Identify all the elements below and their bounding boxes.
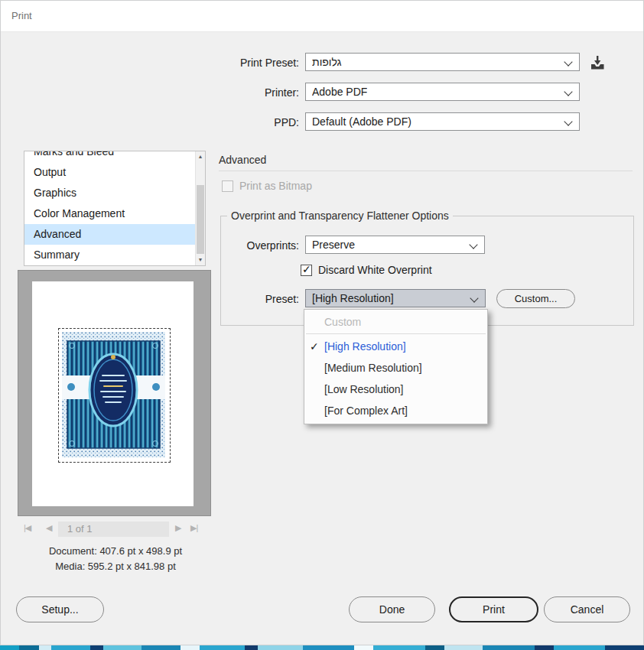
document-size: Document: 407.6 pt x 498.9 pt — [8, 544, 223, 559]
checkbox-unchecked-icon — [222, 180, 233, 192]
artwork-preview — [62, 332, 165, 457]
menu-separator — [306, 333, 486, 334]
flattener-preset-menu: Custom ✓ [High Resolution] [Medium Resol… — [304, 309, 488, 424]
panel-header: Advanced — [219, 154, 266, 166]
panel-header-rule — [219, 171, 633, 171]
print-preview-area — [18, 270, 211, 516]
checkbox-checked-icon: ✓ — [301, 265, 312, 276]
overprints-dropdown[interactable]: Preserve — [305, 236, 485, 254]
print-sections-list: Marks and Bleed Output Graphics Color Ma… — [24, 151, 206, 266]
setup-button[interactable]: Setup... — [16, 596, 104, 622]
media-size: Media: 595.2 pt x 841.98 pt — [8, 559, 223, 574]
check-icon: ✓ — [302, 263, 311, 275]
chevron-down-icon — [470, 294, 478, 302]
group-legend: Overprint and Transparency Flattener Opt… — [227, 210, 453, 222]
print-as-bitmap-label: Print as Bitmap — [239, 180, 312, 192]
printer-value: Adobe PDF — [312, 86, 367, 98]
flattener-preset-value: [High Resolution] — [312, 292, 394, 304]
menu-item-high-resolution[interactable]: ✓ [High Resolution] — [304, 336, 487, 357]
discard-white-overprint-checkbox[interactable]: ✓ Discard White Overprint — [301, 264, 432, 276]
background-artwork-sliver — [0, 645, 644, 650]
print-dialog-window: Print Print Preset: גלופות Printer: Adob… — [0, 0, 644, 650]
last-page-icon: ▶| — [190, 523, 197, 533]
check-icon: ✓ — [310, 336, 319, 357]
scroll-down-arrow-icon[interactable]: ▼ — [196, 255, 205, 265]
printer-label: Printer: — [184, 86, 299, 99]
sidebar-item-output[interactable]: Output — [24, 162, 205, 183]
menu-item-custom: Custom — [304, 311, 487, 333]
ppd-label: PPD: — [184, 116, 299, 128]
print-preset-dropdown[interactable]: גלופות — [305, 53, 580, 71]
page-indicator: 1 of 1 — [58, 522, 169, 537]
chevron-down-icon — [564, 117, 572, 125]
window-title: Print — [11, 10, 32, 21]
print-as-bitmap-checkbox: Print as Bitmap — [222, 180, 312, 192]
custom-button[interactable]: Custom... — [496, 289, 575, 308]
save-preset-button[interactable] — [588, 54, 607, 71]
print-preset-label: Print Preset: — [184, 57, 299, 69]
first-page-icon: |◀ — [24, 523, 31, 533]
sidebar-item-advanced[interactable]: Advanced — [24, 224, 205, 245]
print-button[interactable]: Print — [449, 596, 538, 622]
chevron-down-icon — [564, 87, 572, 96]
scroll-up-arrow-icon[interactable]: ▲ — [196, 151, 205, 162]
menu-item-low-resolution[interactable]: [Low Resolution] — [304, 379, 487, 400]
preview-page — [32, 281, 194, 506]
sidebar-item-color-management[interactable]: Color Management — [24, 203, 205, 224]
title-bar: Print — [1, 1, 643, 32]
sidebar-item-summary[interactable]: Summary — [24, 245, 205, 265]
chevron-down-icon — [469, 240, 477, 249]
previous-page-icon: ◀ — [46, 523, 51, 533]
overprints-value: Preserve — [312, 239, 355, 251]
overprints-label: Overprints: — [184, 239, 299, 252]
page-navigation: |◀ ◀ 1 of 1 ▶ ▶| — [18, 522, 211, 537]
next-page-icon: ▶ — [175, 523, 181, 533]
flattener-preset-dropdown[interactable]: [High Resolution] — [305, 289, 486, 307]
print-preset-value: גלופות — [312, 56, 342, 68]
done-button[interactable]: Done — [349, 596, 435, 622]
ppd-dropdown[interactable]: Default (Adobe PDF) — [305, 112, 580, 131]
menu-item-medium-resolution[interactable]: [Medium Resolution] — [304, 357, 487, 379]
sidebar-item-graphics[interactable]: Graphics — [24, 183, 205, 203]
save-preset-icon — [588, 54, 607, 71]
document-info: Document: 407.6 pt x 498.9 pt Media: 595… — [8, 544, 223, 574]
printer-dropdown[interactable]: Adobe PDF — [305, 83, 580, 101]
sidebar-item-marks-and-bleed[interactable]: Marks and Bleed — [24, 151, 205, 162]
cancel-button[interactable]: Cancel — [544, 596, 630, 622]
discard-white-overprint-label: Discard White Overprint — [318, 264, 432, 276]
ppd-value: Default (Adobe PDF) — [312, 115, 411, 128]
menu-item-for-complex-art[interactable]: [For Complex Art] — [304, 400, 487, 421]
print-dialog: Print Print Preset: גלופות Printer: Adob… — [0, 0, 644, 645]
flattener-preset-label: Preset: — [184, 293, 299, 305]
chevron-down-icon — [564, 57, 572, 66]
